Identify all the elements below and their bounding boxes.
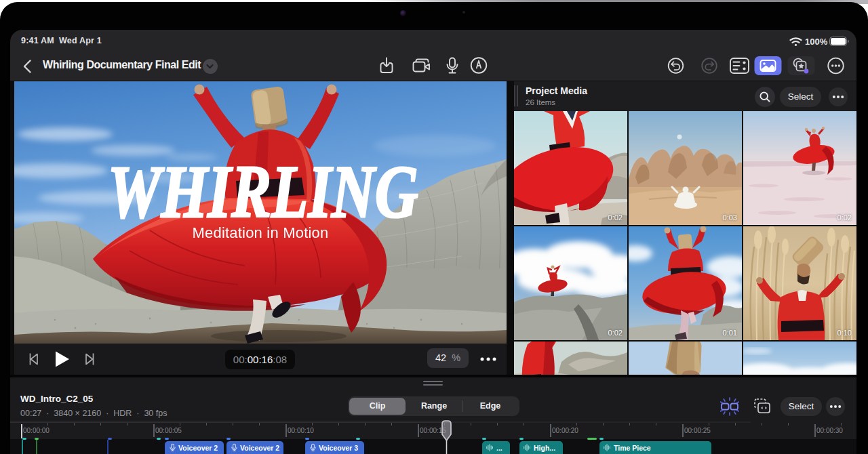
svg-text:100%: 100% (805, 37, 828, 47)
